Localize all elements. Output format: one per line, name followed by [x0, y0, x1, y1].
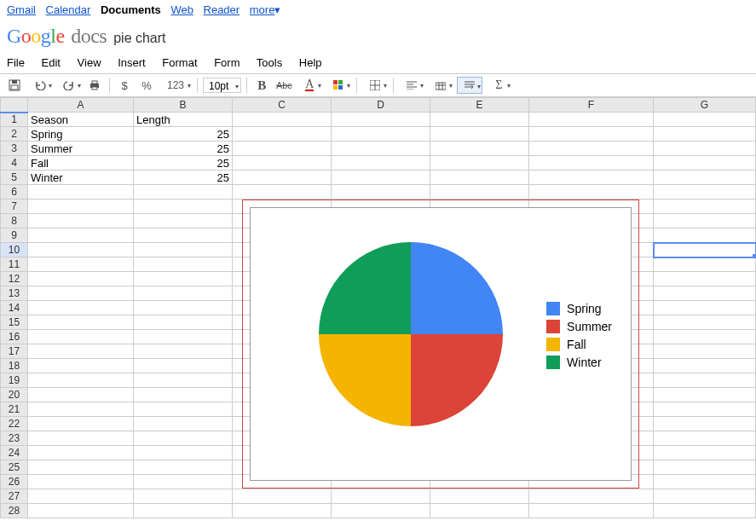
- cell-A20[interactable]: [28, 388, 134, 402]
- cell-A11[interactable]: [28, 257, 134, 272]
- cell-C3[interactable]: [233, 142, 332, 156]
- row-header[interactable]: 3: [1, 142, 28, 156]
- cell-A3[interactable]: Summer: [28, 142, 134, 156]
- cell-C1[interactable]: [233, 113, 332, 127]
- cell-A26[interactable]: [28, 475, 134, 489]
- cell-E4[interactable]: [430, 156, 529, 171]
- cell-B15[interactable]: [134, 315, 233, 330]
- save-icon[interactable]: [5, 77, 24, 94]
- row-header[interactable]: 1: [1, 113, 28, 127]
- cell-B10[interactable]: [134, 243, 233, 257]
- formula-button[interactable]: Σ: [486, 77, 511, 94]
- row-header[interactable]: 27: [1, 489, 28, 504]
- cell-A1[interactable]: Season: [28, 113, 134, 127]
- cell-A9[interactable]: [28, 228, 134, 243]
- row-header[interactable]: 20: [1, 388, 28, 402]
- cell-G26[interactable]: [654, 475, 756, 489]
- cell-G17[interactable]: [654, 344, 756, 359]
- row-header[interactable]: 11: [1, 257, 28, 272]
- cell-A17[interactable]: [28, 344, 134, 359]
- row-header[interactable]: 9: [1, 228, 28, 243]
- cell-B14[interactable]: [134, 301, 233, 315]
- cell-B20[interactable]: [134, 388, 233, 402]
- cell-B27[interactable]: [134, 489, 233, 504]
- wrap-button[interactable]: [457, 77, 482, 94]
- row-header[interactable]: 4: [1, 156, 28, 171]
- cell-G25[interactable]: [654, 460, 756, 475]
- cell-G24[interactable]: [654, 446, 756, 460]
- cell-G27[interactable]: [654, 489, 756, 504]
- cell-B13[interactable]: [134, 286, 233, 301]
- cell-B7[interactable]: [134, 200, 233, 214]
- cell-B16[interactable]: [134, 330, 233, 344]
- cell-A7[interactable]: [28, 200, 134, 214]
- cell-D3[interactable]: [332, 142, 430, 156]
- cell-B25[interactable]: [134, 460, 233, 475]
- row-header[interactable]: 15: [1, 315, 28, 330]
- text-color-button[interactable]: A: [297, 77, 322, 94]
- row-header[interactable]: 7: [1, 200, 28, 214]
- cell-E5[interactable]: [430, 171, 529, 185]
- cell-A28[interactable]: [28, 504, 134, 518]
- nav-more[interactable]: more: [250, 3, 281, 16]
- cell-A19[interactable]: [28, 373, 134, 388]
- menu-format[interactable]: Format: [162, 56, 197, 69]
- cell-G2[interactable]: [654, 127, 756, 142]
- cell-D27[interactable]: [332, 489, 430, 504]
- cell-F2[interactable]: [529, 127, 654, 142]
- cell-G8[interactable]: [654, 214, 756, 228]
- row-header[interactable]: 22: [1, 417, 28, 431]
- cell-A10[interactable]: [28, 243, 134, 257]
- cell-G5[interactable]: [654, 171, 756, 185]
- cell-B22[interactable]: [134, 417, 233, 431]
- cell-A16[interactable]: [28, 330, 134, 344]
- cell-G15[interactable]: [654, 315, 756, 330]
- cell-F5[interactable]: [529, 171, 654, 185]
- cell-G21[interactable]: [654, 402, 756, 417]
- cell-C2[interactable]: [233, 127, 332, 142]
- cell-A5[interactable]: Winter: [28, 171, 134, 185]
- cell-G22[interactable]: [654, 417, 756, 431]
- cell-A15[interactable]: [28, 315, 134, 330]
- row-header[interactable]: 26: [1, 475, 28, 489]
- cell-B9[interactable]: [134, 228, 233, 243]
- nav-web[interactable]: Web: [170, 3, 193, 16]
- row-header[interactable]: 12: [1, 272, 28, 286]
- cell-B26[interactable]: [134, 475, 233, 489]
- cell-A8[interactable]: [28, 214, 134, 228]
- cell-C28[interactable]: [233, 504, 332, 518]
- cell-B6[interactable]: [134, 185, 233, 200]
- col-header-b[interactable]: B: [134, 98, 233, 113]
- cell-A18[interactable]: [28, 359, 134, 373]
- cell-G14[interactable]: [654, 301, 756, 315]
- cell-D5[interactable]: [332, 171, 430, 185]
- row-header[interactable]: 16: [1, 330, 28, 344]
- cell-E2[interactable]: [430, 127, 529, 142]
- cell-G28[interactable]: [654, 504, 756, 518]
- cell-G3[interactable]: [654, 142, 756, 156]
- cell-A4[interactable]: Fall: [28, 156, 134, 171]
- col-header-e[interactable]: E: [430, 98, 529, 113]
- cell-A25[interactable]: [28, 460, 134, 475]
- bold-button[interactable]: B: [252, 77, 271, 94]
- col-header-d[interactable]: D: [332, 98, 430, 113]
- cell-F27[interactable]: [529, 489, 654, 504]
- menu-view[interactable]: View: [78, 56, 101, 69]
- row-header[interactable]: 25: [1, 460, 28, 475]
- print-icon[interactable]: [85, 77, 104, 94]
- cell-G18[interactable]: [654, 359, 756, 373]
- row-header[interactable]: 21: [1, 402, 28, 417]
- cell-G11[interactable]: [654, 257, 756, 272]
- cell-C5[interactable]: [233, 171, 332, 185]
- cell-B18[interactable]: [134, 359, 233, 373]
- cell-C27[interactable]: [233, 489, 332, 504]
- cell-A21[interactable]: [28, 402, 134, 417]
- cell-D4[interactable]: [332, 156, 430, 171]
- borders-button[interactable]: [362, 77, 388, 94]
- menu-insert[interactable]: Insert: [118, 56, 146, 69]
- fill-color-button[interactable]: [326, 77, 351, 94]
- redo-icon[interactable]: [56, 77, 82, 94]
- cell-F1[interactable]: [529, 113, 654, 127]
- cell-B21[interactable]: [134, 402, 233, 417]
- cell-F28[interactable]: [529, 504, 654, 518]
